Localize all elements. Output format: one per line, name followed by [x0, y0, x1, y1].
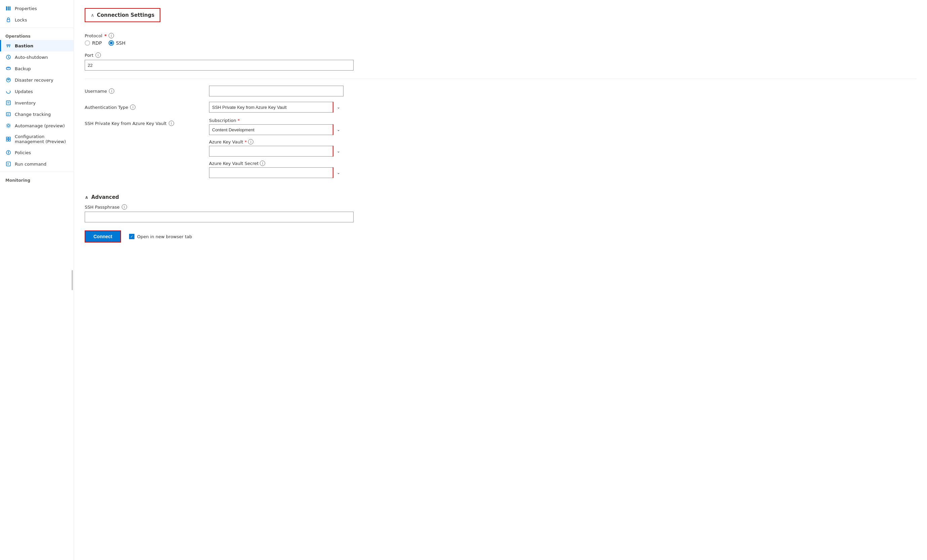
azure-key-vault-field-group: Azure Key Vault * i ⌄ [209, 139, 343, 156]
ssh-radio[interactable] [109, 40, 114, 46]
open-new-tab-label: Open in new browser tab [137, 234, 192, 239]
run-command-icon [5, 161, 11, 167]
change-tracking-icon [5, 111, 11, 117]
azure-key-vault-secret-info-icon[interactable]: i [260, 161, 265, 166]
port-info-icon[interactable]: i [96, 52, 101, 58]
ssh-passphrase-row: SSH Passphrase i [85, 204, 916, 222]
svg-point-25 [8, 153, 9, 154]
subscription-field-group: Subscription * Content Development ⌄ [209, 118, 343, 135]
auth-type-label-cell: Authentication Type i [85, 102, 202, 110]
ssh-option[interactable]: SSH [109, 40, 125, 46]
sidebar-item-change-tracking[interactable]: Change tracking [0, 109, 74, 120]
sidebar-item-disaster-recovery[interactable]: Disaster recovery [0, 74, 74, 86]
properties-icon [5, 5, 11, 11]
ssh-passphrase-label: SSH Passphrase i [85, 204, 916, 209]
bastion-icon [5, 42, 11, 49]
config-mgmt-icon [5, 136, 11, 142]
main-content: ∧ Connection Settings Protocol * i RDP S… [74, 0, 927, 560]
operations-section-label: Operations [0, 30, 74, 40]
svg-rect-23 [9, 140, 11, 141]
connection-settings-header: ∧ Connection Settings [85, 8, 160, 22]
disaster-recovery-icon [5, 77, 11, 83]
auth-type-select[interactable]: SSH Private Key from Azure Key Vault [209, 102, 343, 112]
connection-settings-chevron-up: ∧ [91, 12, 94, 18]
azure-key-vault-secret-select-wrapper: ⌄ [209, 167, 343, 178]
username-input[interactable] [209, 86, 343, 96]
auth-type-select-wrapper: SSH Private Key from Azure Key Vault ⌄ [209, 102, 343, 112]
svg-rect-21 [9, 137, 11, 139]
svg-rect-22 [6, 140, 8, 141]
svg-rect-15 [6, 112, 11, 116]
updates-icon [5, 88, 11, 94]
sidebar: Properties Locks Operations Bastion [0, 0, 74, 560]
subscription-select[interactable]: Content Development [209, 124, 343, 135]
sidebar-item-disaster-recovery-label: Disaster recovery [15, 77, 53, 83]
subscription-label: Subscription * [209, 118, 343, 123]
ssh-key-info-icon[interactable]: i [169, 121, 174, 126]
auth-type-field: SSH Private Key from Azure Key Vault ⌄ [209, 102, 343, 112]
ssh-passphrase-input[interactable] [85, 212, 354, 222]
auth-type-row: Authentication Type i SSH Private Key fr… [85, 102, 916, 112]
monitoring-section-label: Monitoring [0, 174, 74, 184]
sidebar-item-policies[interactable]: Policies [0, 147, 74, 158]
open-new-tab-checkbox[interactable]: ✓ [129, 234, 134, 239]
sidebar-item-properties[interactable]: Properties [0, 3, 74, 14]
connection-settings-form: Protocol * i RDP SSH Port i [85, 30, 916, 186]
azure-key-vault-secret-select[interactable] [209, 167, 343, 178]
sidebar-item-updates[interactable]: Updates [0, 86, 74, 97]
azure-key-vault-label: Azure Key Vault * i [209, 139, 343, 144]
sidebar-item-locks[interactable]: Locks [0, 14, 74, 26]
auth-type-info-icon[interactable]: i [130, 105, 135, 110]
sidebar-item-config-mgmt[interactable]: Configuration management (Preview) [0, 131, 74, 147]
svg-point-18 [8, 124, 9, 127]
advanced-header[interactable]: ∧ Advanced [85, 189, 916, 204]
sidebar-item-updates-label: Updates [15, 89, 33, 94]
sidebar-item-run-command[interactable]: Run command [0, 158, 74, 170]
bottom-row: Connect ✓ Open in new browser tab [85, 231, 916, 243]
sidebar-item-locks-label: Locks [15, 17, 27, 23]
ssh-passphrase-info-icon[interactable]: i [122, 204, 127, 209]
sidebar-item-auto-shutdown-label: Auto-shutdown [15, 55, 48, 60]
automanage-icon [5, 123, 11, 129]
locks-icon [5, 17, 11, 23]
svg-rect-1 [8, 6, 9, 11]
username-row: Username i [85, 86, 916, 96]
port-label: Port i [85, 52, 916, 58]
protocol-info-icon[interactable]: i [109, 33, 114, 38]
sidebar-item-run-command-label: Run command [15, 162, 46, 167]
sidebar-item-auto-shutdown[interactable]: Auto-shutdown [0, 52, 74, 63]
azure-key-vault-select-wrapper: ⌄ [209, 146, 343, 156]
advanced-chevron-icon: ∧ [85, 194, 88, 200]
check-icon: ✓ [130, 234, 133, 239]
svg-rect-12 [6, 101, 11, 105]
connection-settings-title: Connection Settings [97, 12, 154, 18]
ssh-key-label-cell: SSH Private Key from Azure Key Vault i [85, 118, 202, 126]
connect-button[interactable]: Connect [85, 231, 121, 243]
azure-key-vault-select[interactable] [209, 146, 343, 156]
azure-key-vault-info-icon[interactable]: i [248, 139, 254, 144]
sidebar-item-bastion-label: Bastion [15, 43, 33, 49]
svg-point-19 [6, 124, 11, 127]
policies-icon [5, 149, 11, 156]
svg-point-9 [6, 67, 11, 68]
username-info-icon[interactable]: i [109, 88, 114, 94]
sidebar-item-inventory[interactable]: Inventory [0, 97, 74, 109]
sidebar-item-automanage[interactable]: Automanage (preview) [0, 120, 74, 131]
svg-rect-3 [7, 20, 10, 22]
sidebar-item-inventory-label: Inventory [15, 100, 36, 105]
svg-rect-0 [6, 6, 7, 11]
rdp-radio[interactable] [85, 40, 90, 46]
port-input[interactable] [85, 60, 354, 71]
svg-rect-2 [9, 6, 11, 11]
protocol-row: Protocol * i RDP SSH [85, 33, 916, 46]
sidebar-item-backup[interactable]: Backup [0, 63, 74, 74]
backup-icon [5, 65, 11, 71]
azure-key-vault-secret-label: Azure Key Vault Secret i [209, 161, 343, 166]
scroll-indicator[interactable] [71, 270, 73, 290]
protocol-label: Protocol * i [85, 33, 916, 38]
subscription-select-wrapper: Content Development ⌄ [209, 124, 343, 135]
sidebar-item-bastion[interactable]: Bastion [0, 40, 74, 52]
rdp-option[interactable]: RDP [85, 40, 102, 46]
sidebar-item-config-mgmt-label: Configuration management (Preview) [15, 134, 68, 144]
svg-rect-20 [6, 137, 8, 139]
